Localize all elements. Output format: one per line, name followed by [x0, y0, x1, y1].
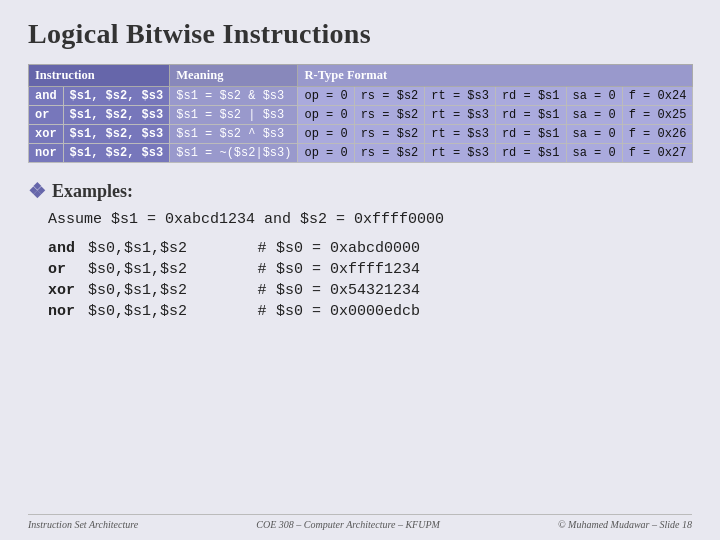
ex-args: $s0,$s1,$s2 — [88, 282, 248, 299]
cell-opval: op = 0 — [298, 125, 354, 144]
ex-result: $s0 = 0xabcd0000 — [276, 240, 420, 257]
ex-op: xor — [48, 282, 88, 299]
cell-meaning: $s1 = $s2 & $s3 — [170, 87, 298, 106]
cell-rd: rd = $s1 — [495, 144, 566, 163]
cell-func: f = 0x26 — [622, 125, 693, 144]
example-row: nor $s0,$s1,$s2 # $s0 = 0x0000edcb — [48, 303, 692, 320]
footer: Instruction Set Architecture COE 308 – C… — [28, 514, 692, 530]
cell-rd: rd = $s1 — [495, 87, 566, 106]
ex-op: or — [48, 261, 88, 278]
cell-opval: op = 0 — [298, 106, 354, 125]
cell-opval: op = 0 — [298, 87, 354, 106]
cell-rs: rs = $s2 — [354, 144, 425, 163]
page-title: Logical Bitwise Instructions — [28, 18, 692, 50]
cell-func: f = 0x25 — [622, 106, 693, 125]
cell-args: $s1, $s2, $s3 — [63, 106, 170, 125]
cell-meaning: $s1 = $s2 ^ $s3 — [170, 125, 298, 144]
cell-sa: sa = 0 — [566, 106, 622, 125]
cell-rt: rt = $s3 — [425, 87, 496, 106]
example-row: or $s0,$s1,$s2 # $s0 = 0xffff1234 — [48, 261, 692, 278]
examples-section-header: ❖ Examples: — [28, 179, 692, 203]
cell-op: and — [29, 87, 64, 106]
col-header-rtype: R-Type Format — [298, 65, 693, 87]
cell-rs: rs = $s2 — [354, 87, 425, 106]
cell-args: $s1, $s2, $s3 — [63, 125, 170, 144]
diamond-icon: ❖ — [28, 179, 46, 203]
ex-hash: # — [248, 282, 276, 299]
footer-left: Instruction Set Architecture — [28, 519, 138, 530]
col-header-instruction: Instruction — [29, 65, 170, 87]
ex-result: $s0 = 0x54321234 — [276, 282, 420, 299]
ex-args: $s0,$s1,$s2 — [88, 240, 248, 257]
cell-meaning: $s1 = ~($s2|$s3) — [170, 144, 298, 163]
cell-rt: rt = $s3 — [425, 106, 496, 125]
example-rows: and $s0,$s1,$s2 # $s0 = 0xabcd0000 or $s… — [48, 240, 692, 320]
ex-args: $s0,$s1,$s2 — [88, 261, 248, 278]
cell-func: f = 0x24 — [622, 87, 693, 106]
ex-op: nor — [48, 303, 88, 320]
example-row: xor $s0,$s1,$s2 # $s0 = 0x54321234 — [48, 282, 692, 299]
table-row: xor $s1, $s2, $s3 $s1 = $s2 ^ $s3 op = 0… — [29, 125, 693, 144]
cell-rt: rt = $s3 — [425, 144, 496, 163]
cell-opval: op = 0 — [298, 144, 354, 163]
cell-rd: rd = $s1 — [495, 106, 566, 125]
cell-op: or — [29, 106, 64, 125]
cell-args: $s1, $s2, $s3 — [63, 87, 170, 106]
ex-op: and — [48, 240, 88, 257]
ex-result: $s0 = 0x0000edcb — [276, 303, 420, 320]
cell-args: $s1, $s2, $s3 — [63, 144, 170, 163]
footer-right: © Muhamed Mudawar – Slide 18 — [558, 519, 692, 530]
ex-hash: # — [248, 303, 276, 320]
footer-center: COE 308 – Computer Architecture – KFUPM — [256, 519, 440, 530]
cell-rd: rd = $s1 — [495, 125, 566, 144]
instruction-table: Instruction Meaning R-Type Format and $s… — [28, 64, 693, 163]
cell-sa: sa = 0 — [566, 87, 622, 106]
cell-func: f = 0x27 — [622, 144, 693, 163]
col-header-meaning: Meaning — [170, 65, 298, 87]
examples-label: Examples: — [52, 181, 133, 202]
cell-sa: sa = 0 — [566, 125, 622, 144]
ex-hash: # — [248, 261, 276, 278]
cell-sa: sa = 0 — [566, 144, 622, 163]
cell-meaning: $s1 = $s2 | $s3 — [170, 106, 298, 125]
table-row: or $s1, $s2, $s3 $s1 = $s2 | $s3 op = 0 … — [29, 106, 693, 125]
example-row: and $s0,$s1,$s2 # $s0 = 0xabcd0000 — [48, 240, 692, 257]
page: Logical Bitwise Instructions Instruction… — [0, 0, 720, 540]
cell-op: nor — [29, 144, 64, 163]
assume-line: Assume $s1 = 0xabcd1234 and $s2 = 0xffff… — [48, 211, 692, 228]
ex-hash: # — [248, 240, 276, 257]
ex-args: $s0,$s1,$s2 — [88, 303, 248, 320]
cell-op: xor — [29, 125, 64, 144]
cell-rs: rs = $s2 — [354, 106, 425, 125]
ex-result: $s0 = 0xffff1234 — [276, 261, 420, 278]
table-row: and $s1, $s2, $s3 $s1 = $s2 & $s3 op = 0… — [29, 87, 693, 106]
cell-rs: rs = $s2 — [354, 125, 425, 144]
table-row: nor $s1, $s2, $s3 $s1 = ~($s2|$s3) op = … — [29, 144, 693, 163]
cell-rt: rt = $s3 — [425, 125, 496, 144]
